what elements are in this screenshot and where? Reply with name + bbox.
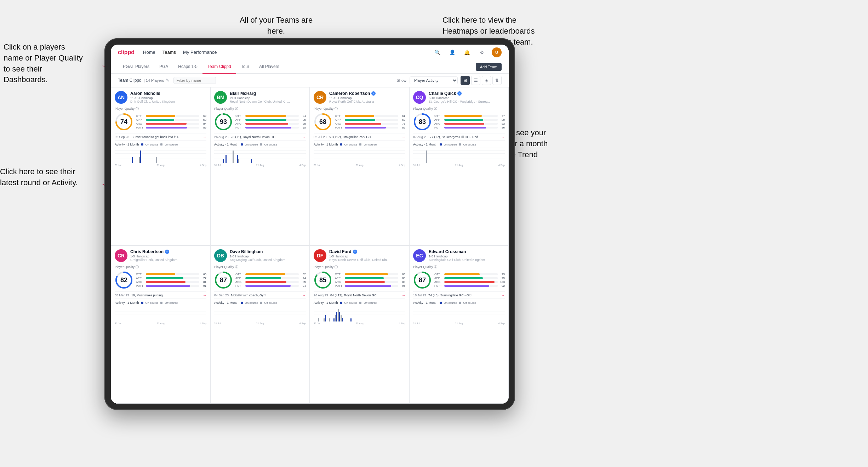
stat-value-ott: 84: [300, 114, 306, 118]
nav-item-home[interactable]: Home: [143, 48, 155, 56]
player-name[interactable]: Blair McHarg: [230, 91, 306, 96]
stat-app: APP 80: [434, 118, 505, 121]
stat-bar-app: [345, 277, 398, 279]
off-course-legend-dot: [459, 302, 461, 304]
list-view-button[interactable]: ☰: [471, 76, 480, 85]
stat-label-ott: OTT: [335, 273, 343, 276]
player-card[interactable]: BM Blair McHarg Plus Handicap Royal Nort…: [210, 87, 310, 245]
quality-number: 83: [419, 118, 426, 126]
player-card[interactable]: AN Aaron Nicholls 11-15 Handicap Drift G…: [111, 87, 210, 245]
stat-ott: OTT 60: [136, 273, 206, 276]
add-team-button[interactable]: Add Team: [476, 63, 502, 71]
sort-button[interactable]: ⇅: [492, 76, 502, 85]
player-card[interactable]: DF David Ford ✓ 1-5 Handicap Royal North…: [310, 245, 409, 404]
quality-circle[interactable]: 68: [314, 113, 332, 131]
quality-circle[interactable]: 83: [413, 113, 432, 131]
player-card[interactable]: CR Chris Robertson ✓ 1-5 Handicap Craigm…: [111, 245, 210, 404]
chart-label-mid: 21 Aug: [256, 164, 264, 166]
quality-circle[interactable]: 93: [214, 113, 233, 131]
stat-ott: OTT 77: [434, 114, 505, 118]
stats-grid: OTT 73 APP 79 ARG: [434, 273, 505, 287]
quality-circle[interactable]: 87: [413, 271, 432, 289]
on-course-legend-label: On course: [245, 143, 258, 146]
sub-tab-hcaps[interactable]: Hcaps 1-5: [173, 60, 202, 74]
player-name[interactable]: Aaron Nicholls: [130, 91, 206, 96]
recent-round[interactable]: 02 Sep 23 Sunset round to get back into …: [115, 133, 206, 141]
sub-tab-pga[interactable]: PGA: [154, 60, 173, 74]
on-course-legend-dot: [141, 143, 143, 146]
player-card[interactable]: CR Cameron Robertson ✓ 11-15 Handicap Ro…: [310, 87, 409, 245]
player-name[interactable]: Charlie Quick ✓: [429, 91, 505, 96]
round-text: 18 Jul 23 74 (+3), Sunningdale GC - Old: [413, 294, 501, 297]
nav-item-teams[interactable]: Teams: [162, 48, 176, 56]
player-name[interactable]: Edward Crossman: [429, 249, 505, 254]
player-name[interactable]: Dave Billingham: [230, 249, 306, 254]
quality-label: Player Quality ⓘ: [214, 265, 306, 269]
recent-round[interactable]: 07 Aug 23 77 (+7), St George's Hill GC -…: [413, 133, 505, 141]
stat-arg: ARG 84: [136, 122, 206, 125]
player-name[interactable]: David Ford ✓: [329, 249, 405, 254]
stat-label-arg: ARG: [434, 122, 443, 125]
player-club: Craigmillar Park, United Kingdom: [130, 258, 206, 262]
quality-circle[interactable]: 85: [314, 271, 332, 289]
stat-putt: PUTT 96: [335, 284, 405, 287]
off-course-legend-dot: [359, 302, 361, 304]
sub-tab-tour[interactable]: Tour: [236, 60, 254, 74]
player-card[interactable]: CQ Charlie Quick ✓ 6-10 Handicap St. Geo…: [409, 87, 509, 245]
sub-tab-all-players[interactable]: All Players: [254, 60, 284, 74]
recent-round[interactable]: 26 Aug 23 84 (+12), Royal North Devon GC…: [314, 291, 405, 299]
activity-header: Activity · 1 Month On course Off course: [413, 301, 505, 304]
quality-circle[interactable]: 82: [115, 271, 133, 289]
sub-tab-team-clippd[interactable]: Team Clippd: [202, 60, 236, 74]
stat-label-arg: ARG: [136, 122, 144, 125]
stat-bar-ott: [146, 115, 199, 117]
chart-label-start: 31 Jul: [214, 164, 221, 166]
stat-value-putt: 91: [201, 284, 206, 287]
settings-icon[interactable]: ⚙: [477, 47, 487, 57]
stat-bar-ott: [245, 273, 299, 275]
avatar[interactable]: U: [492, 47, 502, 57]
player-name[interactable]: Chris Robertson ✓: [130, 249, 206, 254]
stat-ott: OTT 84: [235, 114, 306, 118]
show-select[interactable]: Player Activity Quality Score Trend: [410, 76, 458, 84]
round-arrow: →: [302, 293, 306, 297]
verified-icon: ✓: [371, 91, 376, 96]
quality-circle[interactable]: 74: [115, 113, 133, 131]
stat-bar-putt: [345, 285, 398, 287]
nav-item-myperformance[interactable]: My Performance: [183, 48, 217, 56]
chart-label-start: 31 Jul: [413, 164, 420, 166]
grid-view-button[interactable]: ⊞: [461, 76, 470, 85]
stat-label-putt: PUTT: [235, 284, 244, 287]
heatmap-view-button[interactable]: ◈: [482, 76, 491, 85]
quality-number: 74: [120, 118, 127, 126]
quality-circle[interactable]: 87: [214, 271, 233, 289]
user-icon[interactable]: 👤: [447, 47, 457, 57]
recent-round[interactable]: 04 Sep 23 Mobility with coach, Gym →: [214, 291, 306, 299]
recent-round[interactable]: 02 Jul 23 59 (+17), Craigmillar Park GC …: [314, 133, 405, 141]
stat-bar-ott: [345, 273, 398, 275]
stat-value-app: 63: [400, 118, 405, 121]
off-course-legend-label: Off course: [463, 143, 476, 146]
recent-round[interactable]: 26 Aug 23 73 (+1), Royal North Devon GC …: [214, 133, 306, 141]
search-icon[interactable]: 🔍: [432, 47, 442, 57]
off-course-legend-label: Off course: [264, 143, 277, 146]
recent-round[interactable]: 18 Jul 23 74 (+3), Sunningdale GC - Old …: [413, 291, 505, 299]
chart-label-end: 4 Sep: [200, 322, 206, 325]
player-name[interactable]: Cameron Robertson ✓: [329, 91, 405, 96]
stat-bar-putt: [345, 127, 398, 129]
edit-icon[interactable]: ✎: [166, 78, 169, 83]
stat-app: APP 80: [335, 277, 405, 280]
recent-round[interactable]: 05 Mar 23 19, Must make putting →: [115, 291, 206, 299]
player-card[interactable]: EC Edward Crossman 1-5 Handicap Sunningd…: [409, 245, 509, 404]
off-course-legend-label: Off course: [165, 301, 178, 304]
sub-tab-pgat[interactable]: PGAT Players: [118, 60, 154, 74]
stat-value-putt: 85: [201, 126, 206, 129]
activity-title: Activity · 1 Month: [214, 301, 239, 304]
player-card[interactable]: DB Dave Billingham 1-5 Handicap Sog Magi…: [210, 245, 310, 404]
on-course-legend-dot: [141, 302, 143, 304]
stat-label-putt: PUTT: [335, 126, 343, 129]
stat-arg: ARG 75: [335, 122, 405, 125]
bell-icon[interactable]: 🔔: [462, 47, 472, 57]
search-input[interactable]: [173, 77, 216, 84]
activity-title: Activity · 1 Month: [413, 301, 438, 304]
